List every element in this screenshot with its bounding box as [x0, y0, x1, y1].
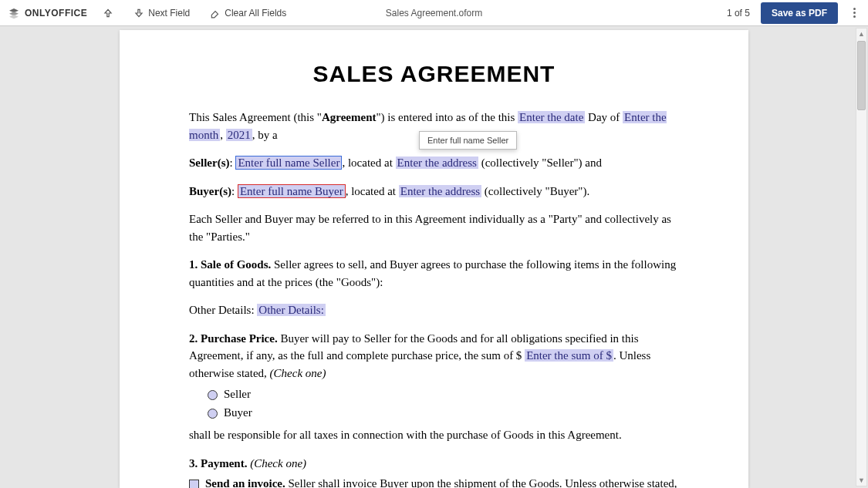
text: This Sales Agreement (this " [189, 111, 322, 123]
radio-seller[interactable] [208, 390, 218, 400]
responsible-party-options: Seller Buyer [208, 385, 679, 422]
eraser-icon [210, 8, 221, 19]
radio-buyer[interactable] [208, 409, 218, 419]
arrow-up-icon [103, 8, 113, 19]
radio-send-invoice[interactable] [189, 480, 199, 488]
toolbar: ONLYOFFICE Next Field Clear All Fields S… [0, 0, 868, 26]
section-2-head: 2. Purchase Price. [189, 332, 278, 345]
onlyoffice-icon [8, 7, 20, 19]
seller-label: Seller(s) [189, 156, 229, 169]
date-field[interactable]: Enter the date [518, 111, 585, 123]
buyer-line: Buyer(s): Enter full name Buyer, located… [189, 183, 679, 200]
year-field[interactable]: 2021 [226, 129, 252, 141]
section-2-tail: shall be responsible for all taxes in co… [189, 426, 679, 444]
text: , by a [252, 129, 278, 141]
section-1-head: 1. Sale of Goods. [189, 258, 271, 271]
page-title: SALES AGREEMENT [189, 61, 679, 87]
other-details-field[interactable]: Other Details: [257, 304, 326, 316]
more-menu-button[interactable] [849, 3, 860, 22]
option-buyer-label: Buyer [224, 406, 252, 419]
text: (collectively "Buyer"). [481, 185, 589, 197]
scrollbar[interactable]: ▲ ▼ [856, 28, 867, 486]
check-one-hint: (Check one) [270, 367, 326, 379]
page-counter: 1 of 5 [727, 8, 750, 19]
next-field-button[interactable]: Next Field [129, 5, 194, 22]
clear-all-label: Clear All Fields [225, 8, 286, 19]
brand-name: ONLYOFFICE [25, 8, 87, 19]
other-details-label: Other Details: [189, 304, 257, 316]
scroll-thumb[interactable] [857, 41, 866, 110]
buyer-address-field[interactable]: Enter the address [399, 185, 481, 197]
section-3-head-line: 3. Payment. (Check one) [189, 455, 679, 473]
field-tooltip: Enter full name Seller [419, 131, 517, 150]
brand-logo: ONLYOFFICE [8, 7, 87, 19]
section-1: 1. Sale of Goods. Seller agrees to sell,… [189, 256, 679, 291]
section-2: 2. Purchase Price. Buyer will pay to Sel… [189, 330, 679, 382]
buyer-name-field[interactable]: Enter full name Buyer [238, 184, 346, 198]
text: , [220, 129, 226, 141]
party-paragraph: Each Seller and Buyer may be referred to… [189, 210, 679, 245]
document-viewport: Enter full name Seller SALES AGREEMENT T… [0, 26, 868, 488]
prev-field-button[interactable] [98, 5, 118, 22]
save-as-pdf-button[interactable]: Save as PDF [761, 2, 838, 24]
text: (collectively "Seller") and [478, 156, 602, 169]
section-3-body: Send an invoice. Seller shall invoice Bu… [189, 475, 679, 488]
other-details-line: Other Details: Other Details: [189, 301, 679, 319]
document-page: Enter full name Seller SALES AGREEMENT T… [120, 30, 748, 488]
text: , located at [346, 185, 399, 197]
seller-address-field[interactable]: Enter the address [396, 156, 478, 169]
text: , located at [342, 156, 395, 169]
clear-all-button[interactable]: Clear All Fields [205, 5, 291, 22]
send-invoice-label: Send an invoice. [205, 477, 285, 488]
sum-field[interactable]: Enter the sum of $ [525, 349, 613, 362]
seller-name-field[interactable]: Enter full name Seller [235, 156, 342, 170]
text: Day of [585, 111, 623, 123]
seller-line: Seller(s): Enter full name Seller, locat… [189, 154, 679, 172]
text: : [231, 185, 238, 197]
next-field-label: Next Field [148, 8, 190, 19]
document-title: Sales Agreement.oform [386, 8, 482, 19]
scroll-down-button[interactable]: ▼ [856, 475, 866, 486]
check-one-hint: (Check one) [250, 457, 306, 469]
text: ") is entered into as of the this [376, 111, 518, 123]
option-seller-label: Seller [224, 388, 251, 400]
section-3-head: 3. Payment. [189, 457, 247, 469]
buyer-label: Buyer(s) [189, 185, 231, 197]
arrow-down-icon [133, 8, 144, 19]
text-bold: Agreement [322, 111, 377, 123]
scroll-up-button[interactable]: ▲ [856, 29, 866, 39]
